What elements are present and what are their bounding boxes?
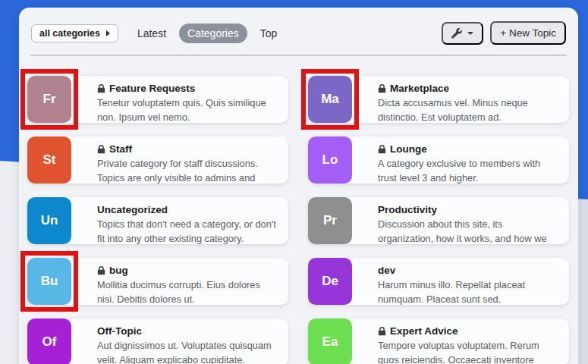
category-title-row: Off-Topic	[97, 325, 279, 337]
category-card-expert-advice[interactable]: Ea Expert Advice Tempore voluptas volupt…	[308, 318, 569, 364]
category-card-body: Productivity Discussion about this site,…	[352, 197, 569, 244]
category-description: Discussion about this site, its organiza…	[378, 217, 560, 244]
category-description: Tenetur voluptatem quis. Quis similique …	[97, 96, 279, 123]
category-title-row: Marketplace	[378, 83, 560, 94]
category-name: Lounge	[390, 143, 427, 155]
category-card-body: Staff Private category for staff discuss…	[71, 136, 288, 184]
category-card-body: Uncategorized Topics that don't need a c…	[71, 197, 288, 244]
categories-grid: Fr Feature Requests Tenetur voluptatem q…	[19, 56, 578, 364]
category-name: Expert Advice	[390, 325, 458, 337]
category-name: Productivity	[378, 204, 437, 215]
tab-categories[interactable]: Categories	[179, 24, 247, 43]
category-name: bug	[109, 265, 128, 276]
category-badge[interactable]: St	[27, 136, 71, 184]
category-title-row: Uncategorized	[97, 204, 279, 215]
category-title-row: Staff	[97, 143, 279, 155]
category-card-marketplace[interactable]: Ma Marketplace Dicta accusamus vel. Minu…	[308, 76, 569, 123]
category-description: Harum minus illo. Repellat placeat numqu…	[378, 278, 560, 305]
category-card-productivity[interactable]: Pr Productivity Discussion about this si…	[308, 197, 569, 244]
tab-top[interactable]: Top	[252, 24, 286, 43]
main-panel: all categories LatestCategoriesTop + New…	[19, 8, 578, 364]
category-badge[interactable]: Of	[27, 318, 71, 364]
category-badge[interactable]: Fr	[27, 76, 71, 123]
caret-down-icon	[467, 32, 473, 35]
category-title-row: dev	[378, 265, 560, 276]
category-badge[interactable]: Un	[27, 197, 71, 244]
category-title-row: bug	[97, 265, 279, 276]
topic-list-controls: all categories LatestCategoriesTop + New…	[19, 8, 578, 45]
nav-right-group: + New Topic	[442, 21, 566, 45]
category-description: Aut dignissimos ut. Voluptates quisquam …	[97, 338, 279, 364]
lock-icon	[97, 84, 105, 93]
category-card-feature-requests[interactable]: Fr Feature Requests Tenetur voluptatem q…	[27, 76, 288, 123]
category-card-bug[interactable]: Bu bug Mollitia ducimus corrupti. Eius d…	[27, 258, 288, 305]
category-title-row: Feature Requests	[97, 83, 279, 94]
category-card-body: dev Harum minus illo. Repellat placeat n…	[352, 258, 569, 305]
nav-tabs: LatestCategoriesTop	[129, 24, 285, 43]
caret-right-icon	[106, 30, 110, 36]
lock-icon	[97, 266, 105, 275]
category-card-dev[interactable]: De dev Harum minus illo. Repellat placea…	[308, 258, 569, 305]
category-badge[interactable]: Lo	[308, 136, 352, 184]
category-badge[interactable]: Pr	[308, 197, 352, 244]
category-description: Private category for staff discussions. …	[97, 156, 279, 184]
category-description: Tempore voluptas voluptatem. Rerum quos …	[378, 338, 560, 364]
category-title-row: Productivity	[378, 204, 560, 215]
lock-icon	[378, 327, 386, 336]
category-badge[interactable]: Bu	[27, 258, 71, 305]
category-name: Off-Topic	[97, 325, 142, 337]
category-badge[interactable]: De	[308, 258, 352, 305]
category-card-body: Expert Advice Tempore voluptas voluptate…	[352, 318, 569, 364]
category-name: dev	[378, 265, 395, 276]
category-card-off-topic[interactable]: Of Off-Topic Aut dignissimos ut. Volupta…	[27, 318, 288, 364]
category-description: Dicta accusamus vel. Minus neque distinc…	[378, 96, 560, 123]
category-card-lounge[interactable]: Lo Lounge A category exclusive to member…	[308, 136, 569, 184]
category-card-body: Off-Topic Aut dignissimos ut. Voluptates…	[71, 318, 288, 364]
category-description: Mollitia ducimus corrupti. Eius dolores …	[97, 278, 279, 305]
category-name: Marketplace	[390, 83, 449, 94]
category-filter-label: all categories	[39, 28, 100, 39]
category-card-staff[interactable]: St Staff Private category for staff disc…	[27, 136, 288, 184]
admin-wrench-button[interactable]	[442, 22, 483, 45]
wrench-icon	[451, 28, 462, 39]
category-name: Feature Requests	[109, 83, 195, 94]
category-filter-dropdown[interactable]: all categories	[31, 24, 118, 42]
category-title-row: Lounge	[378, 143, 560, 155]
category-description: A category exclusive to members with tru…	[378, 156, 560, 184]
category-name: Uncategorized	[97, 204, 168, 215]
category-badge[interactable]: Ma	[308, 76, 352, 123]
category-card-body: Lounge A category exclusive to members w…	[352, 136, 569, 184]
category-card-body: Feature Requests Tenetur voluptatem quis…	[71, 76, 288, 123]
category-card-body: Marketplace Dicta accusamus vel. Minus n…	[352, 76, 569, 123]
category-description: Topics that don't need a category, or do…	[97, 217, 279, 244]
tab-latest[interactable]: Latest	[129, 24, 175, 43]
category-title-row: Expert Advice	[378, 325, 560, 337]
category-card-uncategorized[interactable]: Un Uncategorized Topics that don't need …	[27, 197, 288, 244]
lock-icon	[378, 145, 386, 154]
new-topic-label: + New Topic	[500, 27, 556, 39]
category-badge[interactable]: Ea	[308, 318, 352, 364]
lock-icon	[97, 145, 105, 154]
lock-icon	[378, 84, 386, 93]
nav-left-group: all categories LatestCategoriesTop	[31, 24, 442, 43]
category-name: Staff	[109, 143, 132, 155]
new-topic-button[interactable]: + New Topic	[490, 21, 566, 45]
category-card-body: bug Mollitia ducimus corrupti. Eius dolo…	[71, 258, 288, 305]
